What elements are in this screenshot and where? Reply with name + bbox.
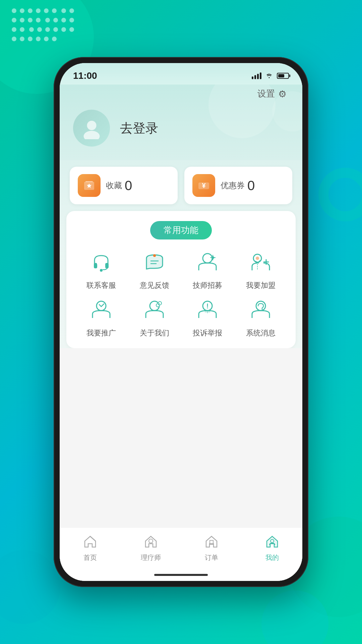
signal-icon bbox=[252, 72, 261, 79]
functions-section: 常用功能 bbox=[66, 211, 296, 348]
join-us-label: 我要加盟 bbox=[246, 280, 276, 290]
functions-grid: 联系客服 bbox=[76, 250, 286, 338]
promote-icon bbox=[88, 297, 115, 324]
orders-nav-label: 订单 bbox=[205, 553, 218, 562]
header-section: 设置 ⚙ 去登录 bbox=[60, 85, 302, 160]
function-item-technician-recruit[interactable]: 技师招募 bbox=[183, 250, 233, 290]
coupons-label: 优惠券 bbox=[221, 180, 245, 191]
customer-service-icon bbox=[88, 250, 115, 276]
functions-title-wrap: 常用功能 bbox=[76, 221, 286, 239]
wifi-icon bbox=[265, 72, 273, 80]
status-time: 11:00 bbox=[73, 70, 97, 81]
join-us-icon bbox=[247, 250, 274, 276]
phone-screen: 11:00 bbox=[60, 63, 302, 581]
promote-label: 我要推广 bbox=[86, 328, 116, 338]
function-item-system-message[interactable]: 系统消息 bbox=[236, 297, 286, 338]
nav-item-home[interactable]: 首页 bbox=[60, 533, 120, 562]
system-message-icon bbox=[247, 297, 274, 324]
svg-text:¥: ¥ bbox=[202, 182, 206, 189]
therapist-nav-label: 理疗师 bbox=[141, 553, 161, 562]
complaint-label: 投诉举报 bbox=[193, 328, 222, 338]
svg-point-9 bbox=[97, 263, 99, 265]
battery-icon bbox=[277, 73, 289, 79]
functions-title: 常用功能 bbox=[150, 221, 212, 239]
svg-point-14 bbox=[212, 256, 214, 259]
main-content: 设置 ⚙ 去登录 bbox=[60, 85, 302, 581]
cards-section: 收藏 0 ¥ 优惠券 0 bbox=[60, 160, 302, 211]
about-us-icon bbox=[141, 297, 168, 324]
function-item-about-us[interactable]: 关于我们 bbox=[130, 297, 180, 338]
login-prompt[interactable]: 去登录 bbox=[120, 120, 158, 137]
feedback-icon bbox=[141, 250, 168, 276]
bottom-nav: 首页 理疗师 bbox=[60, 527, 302, 569]
svg-rect-6 bbox=[94, 263, 97, 268]
coupons-card-text: 优惠券 0 bbox=[221, 178, 255, 193]
content-spacer bbox=[60, 348, 302, 527]
svg-point-0 bbox=[87, 121, 96, 130]
function-item-customer-service[interactable]: 联系客服 bbox=[76, 250, 126, 290]
nav-item-therapist[interactable]: 理疗师 bbox=[120, 533, 181, 562]
svg-point-1 bbox=[83, 131, 100, 139]
favorites-label: 收藏 bbox=[106, 180, 122, 191]
complaint-icon bbox=[194, 297, 221, 324]
favorites-card[interactable]: 收藏 0 bbox=[70, 167, 178, 204]
favorites-card-icon-wrap bbox=[78, 174, 101, 197]
function-item-feedback[interactable]: 意见反馈 bbox=[130, 250, 180, 290]
customer-service-label: 联系客服 bbox=[86, 280, 116, 290]
function-item-promote[interactable]: 我要推广 bbox=[76, 297, 126, 338]
mine-nav-icon bbox=[263, 533, 281, 550]
status-icons bbox=[252, 72, 289, 80]
mine-nav-label: 我的 bbox=[265, 553, 279, 562]
bg-decoration-circle-right bbox=[318, 168, 362, 221]
svg-point-21 bbox=[97, 301, 106, 311]
status-bar: 11:00 bbox=[60, 63, 302, 85]
svg-point-28 bbox=[256, 301, 265, 311]
svg-point-20 bbox=[256, 257, 259, 260]
coupons-card[interactable]: ¥ 优惠券 0 bbox=[184, 167, 292, 204]
system-message-label: 系统消息 bbox=[246, 328, 276, 338]
feedback-label: 意见反馈 bbox=[140, 280, 169, 290]
avatar bbox=[73, 110, 110, 147]
home-nav-icon bbox=[81, 533, 99, 550]
function-item-complaint[interactable]: 投诉举报 bbox=[183, 297, 233, 338]
coupons-card-icon-wrap: ¥ bbox=[192, 174, 215, 197]
phone-frame: 11:00 bbox=[54, 57, 308, 587]
favorites-count: 0 bbox=[125, 178, 132, 193]
home-nav-label: 首页 bbox=[83, 553, 97, 562]
svg-point-27 bbox=[207, 308, 208, 309]
technician-recruit-label: 技师招募 bbox=[193, 280, 222, 290]
home-bar bbox=[60, 569, 302, 581]
therapist-nav-icon bbox=[142, 533, 160, 550]
favorites-card-text: 收藏 0 bbox=[106, 178, 132, 193]
orders-nav-icon bbox=[203, 533, 220, 550]
function-item-join-us[interactable]: 我要加盟 bbox=[236, 250, 286, 290]
nav-item-mine[interactable]: 我的 bbox=[242, 533, 302, 562]
about-us-label: 关于我们 bbox=[140, 328, 169, 338]
svg-point-30 bbox=[149, 539, 153, 543]
bg-decoration-circle-bl bbox=[0, 550, 60, 624]
svg-point-13 bbox=[203, 254, 212, 263]
coupons-count: 0 bbox=[247, 178, 255, 193]
svg-point-8 bbox=[100, 269, 103, 272]
home-indicator bbox=[154, 574, 208, 576]
svg-point-29 bbox=[261, 309, 262, 310]
nav-item-orders[interactable]: 订单 bbox=[181, 533, 242, 562]
technician-recruit-icon bbox=[194, 250, 221, 276]
